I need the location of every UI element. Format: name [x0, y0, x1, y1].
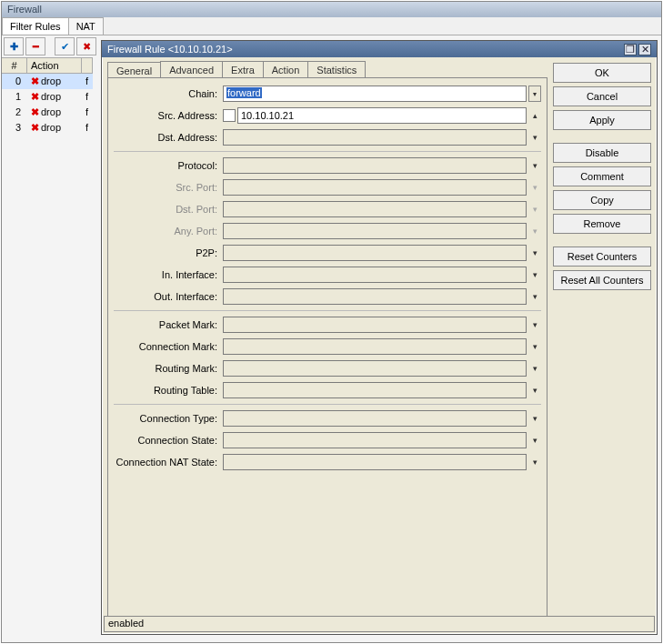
tab-filter-rules[interactable]: Filter Rules [2, 17, 69, 35]
tab-statistics[interactable]: Statistics [307, 61, 366, 78]
connection-nat-state-down[interactable]: ▾ [528, 454, 541, 470]
packet-mark-down[interactable]: ▾ [528, 317, 541, 333]
connection-nat-state-input[interactable] [223, 454, 527, 470]
routing-table-label: Routing Table: [114, 385, 223, 396]
routing-mark-down[interactable]: ▾ [528, 360, 541, 377]
connection-mark-down[interactable]: ▾ [528, 338, 541, 355]
in-interface-input[interactable] [223, 267, 527, 283]
dialog-status: enabled [104, 616, 655, 632]
row-rest: f [82, 74, 93, 89]
p2p-down[interactable]: ▾ [528, 245, 541, 261]
routing-table-down[interactable]: ▾ [528, 382, 541, 398]
header-rest[interactable] [82, 58, 93, 73]
connection-state-input[interactable] [223, 432, 527, 448]
src-address-negate[interactable] [223, 109, 236, 122]
disable-button[interactable]: ✖ [76, 37, 96, 55]
cancel-button[interactable]: Cancel [553, 86, 651, 106]
src-address-label: Src. Address: [114, 110, 223, 121]
table-row[interactable]: 1✖dropf [2, 89, 93, 105]
restore-icon: ❐ [626, 45, 635, 55]
chain-select[interactable]: forward [223, 86, 527, 102]
dst-address-down[interactable]: ▾ [528, 129, 541, 146]
minus-icon: ━ [33, 41, 39, 53]
reset-counters-button[interactable]: Reset Counters [553, 247, 651, 267]
firewall-window: Firewall Filter Rules NAT ✚ ━ ✔ ✖ # Acti… [1, 1, 662, 643]
routing-mark-label: Routing Mark: [114, 363, 223, 374]
row-rest: f [82, 105, 93, 120]
connection-mark-input[interactable] [223, 338, 527, 355]
connection-type-down[interactable]: ▾ [528, 410, 541, 427]
src-port-label: Src. Port: [114, 182, 223, 193]
dst-port-down: ▾ [528, 201, 541, 217]
row-action: ✖drop [27, 120, 82, 136]
firewall-tabs: Filter Rules NAT [2, 17, 661, 35]
table-header: # Action [2, 57, 93, 74]
packet-mark-input[interactable] [223, 317, 527, 333]
p2p-input[interactable] [223, 245, 527, 261]
reset-all-counters-button[interactable]: Reset All Counters [553, 270, 651, 290]
drop-icon: ✖ [31, 122, 39, 133]
tab-extra[interactable]: Extra [222, 61, 264, 78]
dialog-tabs: General Advanced Extra Action Statistics [107, 61, 365, 78]
routing-mark-input[interactable] [223, 360, 527, 377]
dst-port-label: Dst. Port: [114, 204, 223, 215]
firewall-title: Firewall [2, 2, 661, 17]
dst-address-label: Dst. Address: [114, 132, 223, 143]
drop-icon: ✖ [31, 106, 39, 117]
header-num[interactable]: # [2, 58, 27, 73]
connection-type-input[interactable] [223, 410, 527, 427]
table-row[interactable]: 0✖dropf [2, 74, 93, 89]
remove-button[interactable]: ━ [25, 37, 45, 55]
dialog-titlebar[interactable]: Firewall Rule <10.10.10.21> ❐ ✕ [102, 41, 657, 57]
dst-port-input [223, 201, 527, 217]
chain-dropdown[interactable]: ▾ [528, 86, 541, 102]
protocol-input[interactable] [223, 157, 527, 174]
chain-label: Chain: [114, 88, 223, 99]
connection-state-down[interactable]: ▾ [528, 432, 541, 448]
src-port-down: ▾ [528, 179, 541, 196]
tab-action[interactable]: Action [263, 61, 309, 78]
form-area: Chain: forward ▾ Src. Address: ▴ [107, 77, 547, 629]
x-icon: ✖ [83, 41, 91, 53]
row-rest: f [82, 120, 93, 136]
ok-button[interactable]: OK [553, 63, 651, 83]
any-port-input [223, 223, 527, 239]
add-button[interactable]: ✚ [4, 37, 24, 55]
comment-button[interactable]: Comment [553, 166, 651, 186]
rules-table: # Action 0✖dropf1✖dropf2✖dropf3✖dropf [2, 57, 93, 136]
header-action[interactable]: Action [27, 58, 82, 73]
in-interface-down[interactable]: ▾ [528, 267, 541, 283]
in-interface-label: In. Interface: [114, 269, 223, 280]
restore-button[interactable]: ❐ [624, 44, 637, 55]
routing-table-input[interactable] [223, 382, 527, 398]
out-interface-label: Out. Interface: [114, 291, 223, 302]
src-port-input [223, 179, 527, 196]
out-interface-input[interactable] [223, 288, 527, 305]
src-address-up[interactable]: ▴ [528, 107, 541, 124]
table-row[interactable]: 3✖dropf [2, 120, 93, 136]
out-interface-down[interactable]: ▾ [528, 288, 541, 305]
connection-type-label: Connection Type: [114, 413, 223, 424]
firewall-rule-dialog: Firewall Rule <10.10.10.21> ❐ ✕ General … [101, 40, 658, 635]
p2p-label: P2P: [114, 247, 223, 258]
connection-nat-state-label: Connection NAT State: [114, 457, 223, 468]
disable-button[interactable]: Disable [553, 143, 651, 163]
src-address-input[interactable] [237, 107, 527, 124]
firewall-client: ✚ ━ ✔ ✖ # Action 0✖dropf1✖dropf2✖dropf3✖… [2, 35, 661, 642]
dialog-button-column: OK Cancel Apply Disable Comment Copy Rem… [553, 63, 651, 290]
close-icon: ✕ [641, 45, 649, 55]
drop-icon: ✖ [31, 75, 39, 86]
remove-rule-button[interactable]: Remove [553, 214, 651, 234]
packet-mark-label: Packet Mark: [114, 319, 223, 330]
close-button[interactable]: ✕ [638, 44, 651, 55]
row-action: ✖drop [27, 89, 82, 105]
copy-button[interactable]: Copy [553, 190, 651, 210]
apply-button[interactable]: Apply [553, 110, 651, 130]
row-index: 1 [2, 89, 27, 105]
dst-address-input[interactable] [223, 129, 527, 146]
protocol-down[interactable]: ▾ [528, 157, 541, 174]
enable-button[interactable]: ✔ [55, 37, 75, 55]
tab-nat[interactable]: NAT [68, 17, 104, 35]
tab-advanced[interactable]: Advanced [160, 61, 223, 78]
table-row[interactable]: 2✖dropf [2, 105, 93, 120]
